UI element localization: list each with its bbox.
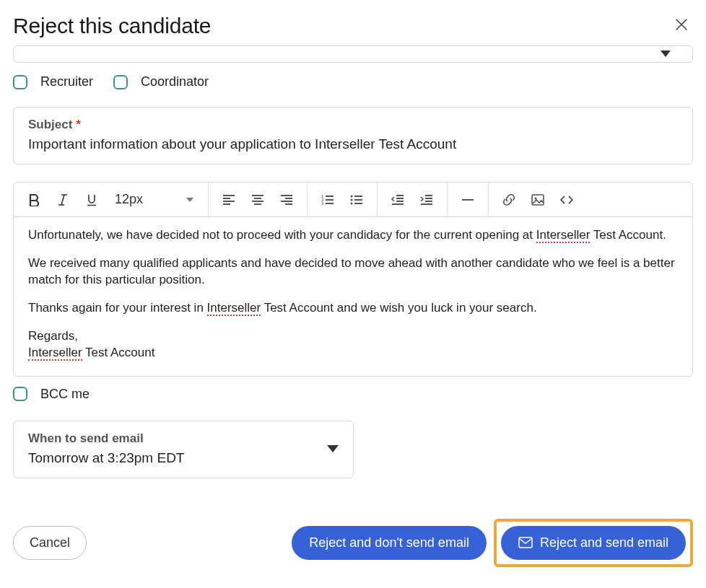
editor-toolbar: 12px 123 <box>14 183 692 217</box>
align-right-icon <box>279 193 294 206</box>
horizontal-rule-button[interactable] <box>453 185 482 214</box>
svg-rect-8 <box>519 537 532 548</box>
mail-icon <box>518 537 533 548</box>
subject-field[interactable]: Subject * Important information about yo… <box>13 107 693 164</box>
svg-point-3 <box>351 195 353 197</box>
bold-icon <box>27 193 40 206</box>
subject-label: Subject * <box>28 118 678 132</box>
svg-point-4 <box>351 198 353 201</box>
subject-value: Important information about your applica… <box>28 136 678 152</box>
align-right-button[interactable] <box>272 185 301 214</box>
indent-button[interactable] <box>412 185 441 214</box>
svg-point-5 <box>351 202 353 204</box>
bcc-checkbox[interactable] <box>13 387 27 401</box>
font-size-value: 12px <box>115 192 143 207</box>
svg-text:3: 3 <box>321 201 324 206</box>
unordered-list-button[interactable] <box>342 185 371 214</box>
bold-button[interactable] <box>19 185 48 214</box>
recruiter-label: Recruiter <box>40 74 93 89</box>
link-icon <box>502 193 516 207</box>
horizontal-rule-icon <box>461 193 475 206</box>
ordered-list-icon: 123 <box>321 193 335 206</box>
editor-content[interactable]: Unfortunately, we have decided not to pr… <box>14 217 692 376</box>
reject-and-send-button[interactable]: Reject and send email <box>501 526 686 560</box>
svg-rect-6 <box>532 195 544 205</box>
recruiter-checkbox[interactable] <box>13 75 27 89</box>
when-to-send-label: When to send email <box>28 431 184 446</box>
reject-no-email-button[interactable]: Reject and don't send email <box>292 526 487 560</box>
email-editor: 12px 123 <box>13 182 693 377</box>
chevron-down-icon <box>186 198 193 202</box>
code-icon <box>559 193 574 206</box>
close-icon <box>674 17 689 32</box>
italic-button[interactable] <box>48 185 77 214</box>
coordinator-label: Coordinator <box>141 74 209 89</box>
link-button[interactable] <box>494 185 523 214</box>
highlighted-action: Reject and send email <box>494 519 693 567</box>
align-left-button[interactable] <box>214 185 243 214</box>
when-to-send-select[interactable]: When to send email Tomorrow at 3:23pm ED… <box>13 421 354 478</box>
spellcheck-mark: Interseller <box>207 301 261 316</box>
align-center-button[interactable] <box>243 185 272 214</box>
caret-down-icon <box>661 51 671 57</box>
image-button[interactable] <box>523 185 552 214</box>
code-button[interactable] <box>552 185 581 214</box>
unordered-list-icon <box>349 193 364 206</box>
from-dropdown[interactable] <box>13 45 693 63</box>
ordered-list-button[interactable]: 123 <box>313 185 342 214</box>
caret-down-icon <box>327 445 339 452</box>
image-icon <box>531 193 545 206</box>
close-button[interactable] <box>670 13 693 38</box>
outdent-button[interactable] <box>383 185 412 214</box>
modal-footer: Cancel Reject and don't send email Rejec… <box>13 519 693 567</box>
bcc-label: BCC me <box>40 387 90 402</box>
modal-title: Reject this candidate <box>13 14 211 38</box>
italic-icon <box>56 193 69 206</box>
align-center-icon <box>250 193 265 206</box>
outdent-icon <box>391 193 405 206</box>
underline-icon <box>85 193 98 206</box>
underline-button[interactable] <box>77 185 106 214</box>
when-to-send-value: Tomorrow at 3:23pm EDT <box>28 450 184 466</box>
font-size-select[interactable]: 12px <box>106 192 202 207</box>
spellcheck-mark: Interseller <box>536 228 590 243</box>
coordinator-checkbox[interactable] <box>113 75 128 89</box>
cancel-button[interactable]: Cancel <box>13 526 87 560</box>
align-left-icon <box>222 193 236 206</box>
indent-icon <box>419 193 434 206</box>
spellcheck-mark: Interseller <box>28 346 82 361</box>
